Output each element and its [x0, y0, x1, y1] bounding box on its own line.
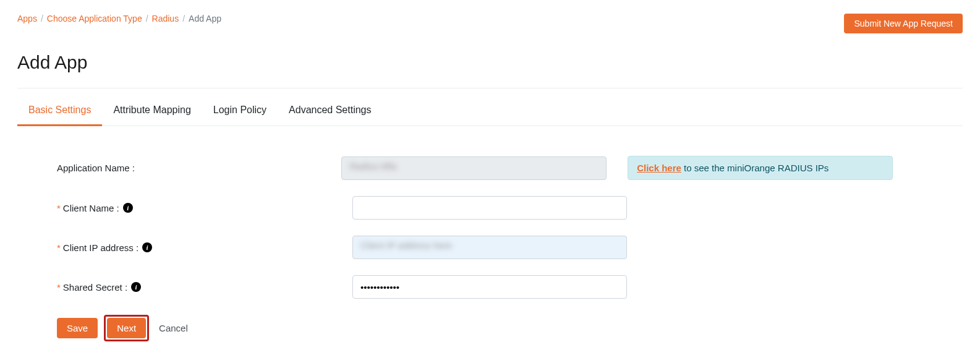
breadcrumb-choose-type[interactable]: Choose Application Type	[47, 14, 142, 24]
divider	[17, 88, 963, 88]
cancel-link[interactable]: Cancel	[159, 323, 188, 333]
breadcrumb-current: Add App	[189, 14, 221, 24]
tab-login-policy[interactable]: Login Policy	[202, 97, 278, 126]
shared-secret-input[interactable]	[352, 275, 627, 299]
next-highlight-box: Next	[104, 315, 149, 341]
info-icon[interactable]: i	[131, 282, 141, 292]
application-name-label: Application Name :	[57, 163, 341, 173]
breadcrumb-sep: /	[182, 14, 185, 24]
tab-advanced-settings[interactable]: Advanced Settings	[278, 97, 382, 126]
next-button[interactable]: Next	[107, 318, 146, 338]
breadcrumb: Apps / Choose Application Type / Radius …	[17, 14, 221, 24]
page-title: Add App	[17, 52, 963, 73]
breadcrumb-apps[interactable]: Apps	[17, 14, 37, 24]
click-here-link[interactable]: Click here	[637, 163, 681, 173]
client-ip-input[interactable]: Client IP address here	[352, 236, 627, 259]
tab-attribute-mapping[interactable]: Attribute Mapping	[102, 97, 202, 126]
info-icon[interactable]: i	[142, 242, 152, 252]
submit-new-app-button[interactable]: Submit New App Request	[844, 14, 963, 33]
client-ip-label: *Client IP address : i	[57, 242, 352, 253]
radius-ips-info: Click here to see the miniOrange RADIUS …	[628, 156, 893, 180]
tab-basic-settings[interactable]: Basic Settings	[17, 97, 102, 126]
info-text: to see the miniOrange RADIUS IPs	[681, 163, 829, 173]
breadcrumb-radius[interactable]: Radius	[152, 14, 179, 24]
info-icon[interactable]: i	[123, 203, 133, 213]
client-name-label: *Client Name : i	[57, 203, 352, 213]
shared-secret-label: *Shared Secret : i	[57, 282, 352, 293]
save-button[interactable]: Save	[57, 318, 98, 338]
breadcrumb-sep: /	[41, 14, 43, 24]
client-name-input[interactable]	[352, 196, 627, 220]
breadcrumb-sep: /	[146, 14, 148, 24]
application-name-input[interactable]: Radius Mfa	[341, 156, 607, 180]
tabs: Basic Settings Attribute Mapping Login P…	[17, 97, 963, 126]
